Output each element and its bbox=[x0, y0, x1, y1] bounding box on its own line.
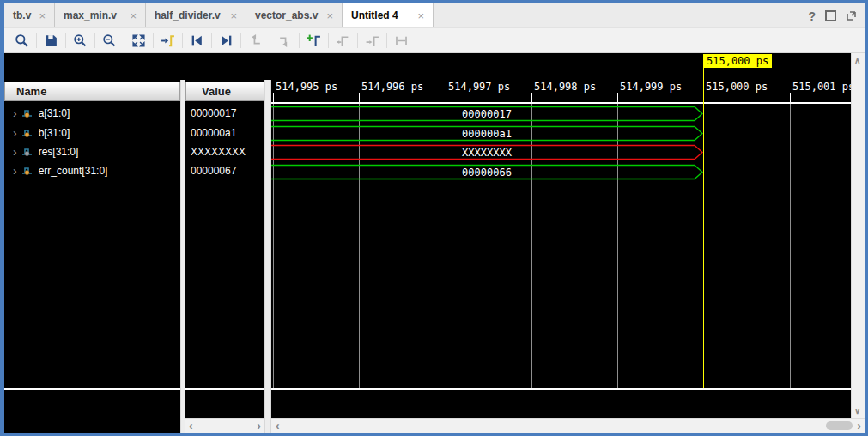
ruler-label: 514,999 ps bbox=[620, 81, 682, 93]
wave-toolbar bbox=[4, 28, 865, 53]
previous-edge-button[interactable] bbox=[329, 30, 357, 51]
scrollbar-thumb[interactable] bbox=[826, 421, 853, 430]
close-icon[interactable]: × bbox=[39, 9, 46, 22]
tab-untitled-4[interactable]: Untitled 4 × bbox=[343, 3, 434, 27]
go-to-start-button[interactable] bbox=[183, 30, 211, 51]
bus-signal-icon bbox=[21, 147, 33, 157]
waveform-canvas[interactable]: 514,995 ps 514,996 ps 514,997 ps 514,998… bbox=[271, 53, 851, 418]
bus-value-label: 000000a1 bbox=[271, 125, 702, 142]
go-to-end-icon bbox=[219, 33, 234, 48]
swap-cursors-button[interactable] bbox=[387, 30, 416, 51]
signal-row-err-count[interactable]: › err_count[31:0] 00000067 bbox=[4, 161, 264, 180]
ruler-label: 514,995 ps bbox=[276, 81, 337, 93]
next-edge-icon bbox=[365, 33, 379, 48]
time-cursor-line[interactable] bbox=[703, 54, 704, 389]
float-window-icon[interactable] bbox=[846, 10, 857, 21]
next-edge-button[interactable] bbox=[358, 30, 386, 51]
tab-label: vector_abs.v bbox=[255, 9, 318, 21]
tab-label: tb.v bbox=[13, 9, 31, 21]
zoom-out-button[interactable] bbox=[95, 30, 124, 51]
zoom-in-button[interactable] bbox=[66, 30, 94, 51]
bus-value-label: 00000017 bbox=[271, 106, 702, 122]
next-transition-button[interactable] bbox=[270, 30, 299, 51]
signal-row-a[interactable]: › a[31:0] 00000017 bbox=[4, 104, 264, 123]
maximize-icon[interactable] bbox=[825, 10, 836, 21]
signal-name: res[31:0] bbox=[39, 146, 79, 158]
close-icon[interactable]: × bbox=[417, 9, 424, 22]
wave-row-err-count: 00000066 bbox=[271, 164, 851, 180]
find-button[interactable] bbox=[8, 30, 36, 51]
expand-chevron-icon[interactable]: › bbox=[13, 148, 17, 156]
value-header-label: Value bbox=[202, 85, 231, 98]
ruler-label: 514,998 ps bbox=[534, 81, 596, 93]
waveform-bottom-line bbox=[271, 388, 851, 390]
expand-chevron-icon[interactable]: › bbox=[13, 167, 17, 175]
tab-tb-v[interactable]: tb.v × bbox=[4, 3, 55, 27]
scroll-right-icon[interactable]: › bbox=[257, 419, 261, 433]
ruler-label: 515,000 ps bbox=[706, 81, 768, 93]
ruler-label: 515,001 ps bbox=[792, 81, 851, 93]
panel-divider-line bbox=[4, 388, 180, 390]
signal-row-res[interactable]: › res[31:0] XXXXXXXX bbox=[4, 142, 264, 161]
previous-transition-icon bbox=[248, 33, 263, 48]
zoom-to-cursor-button[interactable] bbox=[154, 30, 182, 51]
bus-value-label: XXXXXXXX bbox=[271, 144, 702, 160]
wave-row-res: XXXXXXXX bbox=[271, 144, 851, 160]
signal-value: 00000017 bbox=[191, 107, 236, 119]
value-wave-splitter[interactable] bbox=[264, 80, 271, 433]
ruler-label: 514,997 ps bbox=[448, 81, 510, 93]
signal-value: 000000a1 bbox=[191, 127, 236, 139]
zoom-fit-button[interactable] bbox=[124, 30, 153, 51]
signal-value: 00000067 bbox=[191, 165, 236, 177]
expand-chevron-icon[interactable]: › bbox=[13, 129, 17, 137]
bus-value-label: 00000066 bbox=[271, 164, 702, 180]
next-transition-icon bbox=[277, 33, 292, 48]
zoom-out-icon bbox=[102, 33, 117, 48]
bus-signal-icon bbox=[21, 166, 33, 176]
scroll-left-icon[interactable]: ‹ bbox=[276, 419, 280, 433]
window-controls: ? bbox=[808, 3, 857, 28]
zoom-to-cursor-icon bbox=[161, 33, 175, 48]
signal-name: err_count[31:0] bbox=[39, 165, 108, 177]
tab-label: Untitled 4 bbox=[351, 9, 398, 21]
expand-chevron-icon[interactable]: › bbox=[13, 109, 17, 118]
wave-row-a: 00000017 bbox=[271, 106, 851, 122]
vertical-scrollbar[interactable]: ∧ ∨ bbox=[851, 53, 865, 418]
save-icon bbox=[44, 33, 58, 48]
name-header-label: Name bbox=[16, 85, 46, 98]
go-to-end-button[interactable] bbox=[212, 30, 240, 51]
ruler-label: 514,996 ps bbox=[361, 81, 423, 93]
scroll-right-icon[interactable]: › bbox=[857, 419, 861, 433]
help-icon[interactable]: ? bbox=[808, 9, 816, 23]
close-icon[interactable]: × bbox=[230, 9, 237, 22]
previous-transition-button[interactable] bbox=[241, 30, 270, 51]
signal-value: XXXXXXXX bbox=[191, 146, 246, 158]
time-cursor-label[interactable]: 515,000 ps bbox=[703, 54, 772, 68]
tab-max-min-v[interactable]: max_min.v × bbox=[55, 3, 146, 27]
swap-cursors-icon bbox=[394, 33, 409, 48]
signal-name: b[31:0] bbox=[39, 127, 70, 139]
signal-row-b[interactable]: › b[31:0] 000000a1 bbox=[4, 124, 264, 142]
tab-label: half_divider.v bbox=[155, 9, 221, 21]
zoom-in-icon bbox=[73, 33, 88, 48]
bus-signal-icon bbox=[21, 128, 33, 138]
value-column-header[interactable]: Value bbox=[185, 82, 264, 101]
bus-signal-icon bbox=[21, 108, 33, 118]
add-marker-icon bbox=[307, 33, 321, 48]
tab-bar: tb.v × max_min.v × half_divider.v × vect… bbox=[4, 3, 865, 28]
tab-vector-abs-v[interactable]: vector_abs.v × bbox=[246, 3, 343, 27]
add-marker-button[interactable] bbox=[300, 30, 328, 51]
value-horizontal-scrollbar[interactable]: ‹ › bbox=[185, 418, 264, 433]
scroll-left-icon[interactable]: ‹ bbox=[189, 419, 193, 433]
save-button[interactable] bbox=[37, 30, 65, 51]
scroll-down-icon[interactable]: ∨ bbox=[854, 406, 860, 415]
close-icon[interactable]: × bbox=[326, 9, 333, 22]
signal-name: a[31:0] bbox=[39, 107, 70, 119]
name-column-header[interactable]: Name bbox=[4, 82, 180, 101]
close-icon[interactable]: × bbox=[130, 9, 137, 22]
search-icon bbox=[15, 33, 29, 48]
scroll-up-icon[interactable]: ∧ bbox=[854, 56, 860, 65]
tab-half-divider-v[interactable]: half_divider.v × bbox=[146, 3, 246, 27]
wave-window: tb.v × max_min.v × half_divider.v × vect… bbox=[4, 3, 865, 433]
waveform-horizontal-scrollbar[interactable]: ‹ › bbox=[271, 418, 865, 433]
